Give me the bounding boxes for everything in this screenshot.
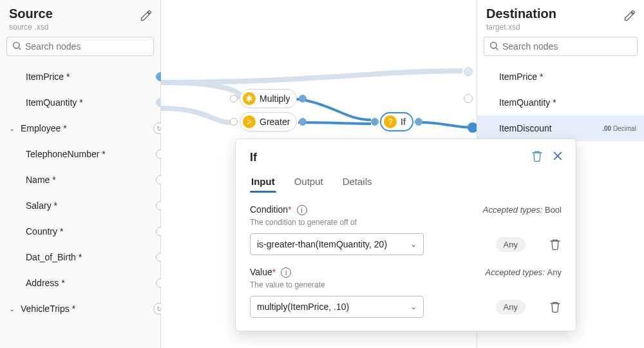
node-label: Multiply [260,93,290,104]
tree-item-label: ItemQuantity * [499,97,556,108]
node-multiply[interactable]: ✱ Multiply [240,89,297,108]
node-port-in[interactable] [371,118,379,126]
search-icon [12,41,22,51]
node-port-out[interactable] [415,118,422,126]
tree-item-itemquantity[interactable]: ItemQuantity * [0,90,160,115]
svg-point-0 [14,43,19,48]
destination-search-wrap [477,37,644,61]
condition-label: Condition* i [250,204,307,215]
dest-item-itemprice[interactable]: ItemPrice * [477,64,644,90]
condition-type-pill: Any [496,237,526,252]
value-hint: The value to generate [250,280,562,289]
info-icon[interactable]: i [281,267,291,278]
search-icon [489,41,499,51]
tree-item-salary[interactable]: Salary * [0,193,160,218]
tree-item-telephone[interactable]: TelephoneNumber * [0,141,160,167]
tree-item-address[interactable]: Address * [0,270,160,296]
chevron-down-icon: ⌄ [410,240,417,249]
close-popup-icon[interactable] [551,150,564,162]
value-label: Value* i [250,267,291,278]
svg-line-3 [496,48,498,50]
tab-input[interactable]: Input [250,172,276,192]
node-label: Greater [260,117,290,127]
tree-item-dob[interactable]: Dat_of_Birth * [0,244,160,270]
destination-file: target.xsd [486,23,635,32]
info-icon[interactable]: i [297,205,307,215]
node-port-out[interactable] [299,118,307,126]
destination-tree: ItemPrice * ItemQuantity * ItemDiscount … [477,61,644,144]
condition-accepted: Accepted types: Bool [483,205,562,215]
source-title: Source [9,6,151,21]
edit-destination-icon[interactable] [623,9,636,22]
node-port-in[interactable] [230,118,238,126]
source-tree: ItemPrice * ItemQuantity * ⌄Employee *↻ … [0,61,160,324]
tree-item-label: Employee * [21,123,67,133]
tree-item-label: VehicleTrips * [21,304,75,314]
tree-item-label: ItemPrice * [26,72,70,82]
multiply-badge-icon: ✱ [243,92,256,105]
condition-value: is-greater-than(ItemQuantity, 20) [257,239,387,249]
value-select[interactable]: multiply(ItemPrice, .10) ⌄ [250,296,424,318]
dest-item-itemquantity[interactable]: ItemQuantity * [477,90,644,115]
chevron-down-icon: ⌄ [9,305,18,313]
value-accepted: Accepted types: Any [485,267,562,277]
value-value: multiply(ItemPrice, .10) [257,302,349,312]
tree-item-label: TelephoneNumber * [26,149,106,159]
svg-line-1 [19,48,21,50]
condition-field: Condition* i Accepted types: Bool The co… [250,204,562,255]
destination-search-input[interactable] [484,37,638,56]
tree-item-name[interactable]: Name * [0,167,160,193]
tree-item-label: ItemDiscount [499,123,552,133]
tree-item-label: Salary * [26,200,57,211]
tab-details[interactable]: Details [341,172,374,192]
value-type-pill: Any [496,300,526,314]
popup-tabs: Input Output Details [250,172,562,193]
source-header: Source source .xsd [0,0,160,37]
dest-item-itemdiscount[interactable]: ItemDiscount .00 Decimal [477,115,644,141]
greater-badge-icon: > [243,115,256,128]
node-label: If [401,117,406,127]
source-file: source .xsd [9,23,151,32]
dest-port-icon[interactable] [464,67,473,76]
tree-item-employee[interactable]: ⌄Employee *↻ [0,115,160,141]
delete-value-icon[interactable] [549,300,562,313]
destination-title: Destination [486,6,635,21]
node-if[interactable]: ? If [380,112,413,131]
dest-port-icon[interactable] [464,94,473,103]
tree-item-label: Name * [26,175,56,185]
if-badge-icon: ? [384,115,397,128]
tree-item-label: ItemPrice * [499,72,543,82]
tree-item-label: Address * [26,278,65,288]
value-field: Value* i Accepted types: Any The value t… [250,267,562,318]
tree-item-label: ItemQuantity * [26,97,83,108]
source-panel: Source source .xsd ItemPrice * ItemQuant… [0,0,161,348]
chevron-down-icon: ⌄ [410,302,417,311]
popup-title: If [250,151,562,164]
tree-item-itemprice[interactable]: ItemPrice * [0,64,160,90]
chevron-down-icon: ⌄ [9,124,18,133]
source-search-wrap [0,37,160,61]
tree-item-vehicletrips[interactable]: ⌄VehicleTrips *↻ [0,296,160,322]
edit-source-icon[interactable] [140,9,153,22]
node-greater[interactable]: > Greater [240,112,297,131]
source-search-input[interactable] [6,37,154,56]
node-port-out[interactable] [299,95,307,102]
delete-condition-icon[interactable] [549,238,562,251]
tree-item-label: Dat_of_Birth * [26,252,82,262]
condition-select[interactable]: is-greater-than(ItemQuantity, 20) ⌄ [250,233,424,255]
tree-item-label: Country * [26,226,63,237]
destination-header: Destination target.xsd [477,0,644,37]
tree-item-country[interactable]: Country * [0,218,160,244]
delete-node-icon[interactable] [531,150,544,162]
dest-type-label: .00 Decimal [602,125,636,132]
tab-output[interactable]: Output [293,172,325,192]
condition-hint: The condition to generate off of [250,218,562,227]
svg-point-2 [491,43,497,48]
node-properties-popup: If Input Output Details Condition* i Acc… [235,139,576,331]
node-port-in[interactable] [230,95,238,102]
